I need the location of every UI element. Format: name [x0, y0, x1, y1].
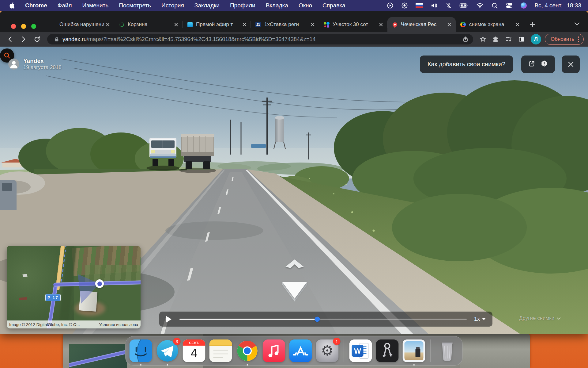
play-button[interactable] [166, 316, 172, 323]
background-route-line [69, 348, 127, 367]
side-panel-icon[interactable] [516, 34, 527, 45]
dock-item-trash[interactable] [436, 339, 459, 365]
close-panorama-button[interactable] [562, 56, 580, 73]
control-center-icon[interactable] [506, 2, 513, 9]
close-window-button[interactable] [11, 24, 16, 29]
reload-button[interactable] [31, 33, 43, 45]
menu-item-закладки[interactable]: Закладки [194, 2, 220, 9]
dock-item-settings[interactable]: ⚙1 [316, 339, 339, 365]
wifi-icon[interactable] [476, 2, 484, 9]
tab-3[interactable]: Прямой эфир т [183, 17, 251, 32]
slider-thumb[interactable] [315, 316, 320, 322]
menu-item-вкладка[interactable]: Вкладка [266, 2, 288, 9]
tab-title: снимок экрана [469, 21, 514, 28]
other-snapshots-link[interactable]: Другие снимки [519, 315, 560, 321]
back-button[interactable] [4, 33, 16, 45]
menu-item-профили[interactable]: Профили [230, 2, 255, 9]
siri-icon[interactable] [521, 2, 527, 9]
wreath-favicon-icon [119, 21, 125, 28]
notification-badge: 3 [173, 338, 181, 345]
menu-item-окно[interactable]: Окно [299, 2, 312, 9]
dock-item-notes[interactable] [209, 339, 232, 365]
tab-close-icon[interactable] [378, 21, 384, 28]
dock-item-chrome[interactable] [236, 339, 259, 365]
tab-close-icon[interactable] [309, 21, 316, 28]
calendar-icon: СЕНТ.4 [183, 339, 205, 362]
address-bar[interactable]: yandex.ru/maps/?l=sat%2Cskl%2Cmrc&ll=45.… [47, 34, 473, 44]
dock-item-telegram[interactable]: 3 [156, 339, 179, 365]
tab-4[interactable]: 1X1хСтавка реги [251, 17, 319, 32]
pan-backward-arrow[interactable] [281, 280, 308, 303]
report-problem-icon[interactable] [540, 60, 548, 69]
chrome-update-menu-button[interactable]: Обновить [545, 34, 584, 45]
menu-item-chrome[interactable]: Chrome [25, 2, 47, 9]
tab-1[interactable]: Ошибка нарушени [46, 17, 114, 32]
extensions-puzzle-icon[interactable] [490, 34, 501, 45]
dock-item-app-store[interactable] [289, 339, 312, 365]
share-icon[interactable] [462, 36, 469, 43]
panorama-actions [521, 56, 555, 73]
accessibility-icon[interactable] [401, 2, 408, 9]
add-photos-button[interactable]: Как добавить свои снимки? [420, 56, 513, 73]
street-view-panorama[interactable]: Yandex 19 августа 2018 Как добавить свои… [0, 47, 588, 334]
tab-search-chevron-icon[interactable] [574, 21, 580, 27]
dock-item-photo[interactable] [403, 339, 425, 365]
menu-item-справка[interactable]: Справка [322, 2, 345, 9]
zoom-window-button[interactable] [31, 24, 36, 29]
tab-close-icon[interactable] [514, 21, 521, 28]
player-slider[interactable] [179, 319, 467, 320]
bluetooth-off-icon[interactable] [446, 2, 452, 9]
dock-item-music[interactable] [263, 339, 285, 365]
menubar-clock[interactable]: Вс, 4 сент. 18:33 [534, 2, 581, 9]
external-link-icon[interactable] [528, 60, 535, 69]
lock-icon[interactable] [54, 36, 59, 42]
word-icon: W [349, 339, 372, 362]
panorama-player-bar: 1x [159, 312, 492, 327]
menu-item-посмотреть[interactable]: Посмотреть [119, 2, 151, 9]
menu-item-изменить[interactable]: Изменить [82, 2, 109, 9]
profile-avatar[interactable]: Л [531, 34, 541, 44]
search-icon[interactable] [491, 2, 498, 9]
terms-of-use-link[interactable]: Условия использова [99, 322, 138, 327]
menu-item-история[interactable]: История [161, 2, 184, 9]
dock-item-word[interactable]: W [349, 339, 372, 365]
url-domain: yandex.ru [62, 36, 87, 42]
play-circle-icon[interactable] [387, 2, 394, 9]
dock-item-calendar[interactable]: СЕНТ.4 [183, 339, 205, 365]
tab-close-icon[interactable] [173, 21, 179, 28]
other-snapshots-label: Другие снимки [519, 315, 554, 321]
dock-item-keychain[interactable] [376, 339, 399, 365]
flag-ru-icon[interactable] [416, 2, 423, 9]
minimize-window-button[interactable] [21, 24, 26, 29]
apple-menu-icon[interactable] [9, 2, 15, 9]
tab-2[interactable]: Корзина [114, 17, 183, 32]
tnt-favicon-icon [187, 21, 193, 28]
tab-title: Корзина [128, 21, 173, 28]
tab-close-icon[interactable] [241, 21, 248, 28]
tab-6[interactable]: Чеченская Рес [387, 17, 456, 32]
current-position-marker[interactable] [95, 279, 104, 288]
tab-title: Прямой эфир т [196, 21, 241, 28]
menu-item-файл[interactable]: Файл [58, 2, 72, 9]
panorama-date: 19 августа 2018 [23, 64, 62, 71]
tab-7[interactable]: снимок экрана [456, 17, 524, 32]
svg-text:⚙: ⚙ [321, 342, 334, 359]
running-indicator [247, 364, 248, 366]
bookmark-star-icon[interactable] [477, 34, 488, 45]
none-favicon-icon [50, 21, 56, 28]
forward-button[interactable] [18, 33, 29, 45]
tab-title: Ошибка нарушени [59, 21, 104, 28]
notes-icon [209, 339, 232, 362]
tab-close-icon[interactable] [104, 21, 111, 28]
battery-charging-icon[interactable] [459, 2, 469, 9]
avito-favicon-icon [323, 21, 330, 28]
pan-forward-arrow[interactable] [284, 259, 305, 270]
tab-close-icon[interactable] [446, 21, 453, 28]
dock-item-finder[interactable] [130, 339, 152, 365]
minimap[interactable]: Р 17 Image © 2012 DigitalGlobe, Inc. © O… [7, 246, 141, 328]
media-playlist-icon[interactable] [503, 34, 514, 45]
tab-5[interactable]: Участок 30 сот [319, 17, 387, 32]
playback-speed-selector[interactable]: 1x [474, 316, 486, 322]
new-tab-button[interactable] [526, 18, 539, 31]
volume-icon[interactable] [431, 2, 438, 9]
